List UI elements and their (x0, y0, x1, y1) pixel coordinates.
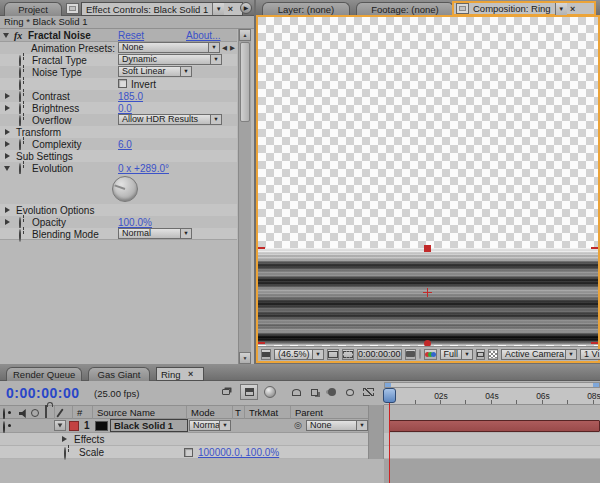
layer-label-swatch[interactable] (69, 421, 79, 431)
effect-expand-icon[interactable] (3, 33, 9, 38)
expand-icon[interactable] (5, 105, 10, 111)
dropdown-arrow-icon[interactable]: ▼ (219, 421, 230, 430)
trkmat-column-header[interactable]: TrkMat (244, 406, 290, 420)
tab-close-icon[interactable]: × (185, 369, 197, 379)
collapse-icon[interactable] (4, 166, 10, 171)
expand-icon[interactable] (5, 207, 10, 213)
tab-render-queue[interactable]: Render Queue (6, 367, 82, 381)
graph-editor-icon[interactable] (360, 385, 377, 399)
brightness-value[interactable]: 0.0 (118, 103, 132, 114)
dropdown-arrow-icon[interactable]: ▼ (210, 55, 221, 64)
constrain-proportions-checkbox[interactable] (184, 448, 193, 457)
timeline-column-gutter[interactable] (368, 405, 384, 459)
t-column-header[interactable]: T (232, 406, 244, 420)
magnification-dropdown[interactable]: (46.5%) ▼ (274, 349, 324, 360)
stopwatch-icon[interactable] (19, 229, 21, 242)
draft-3d-icon[interactable] (264, 386, 276, 398)
motion-blur-icon[interactable] (324, 385, 340, 399)
tab-close-icon[interactable]: × (224, 4, 236, 14)
transparency-grid-icon[interactable] (488, 349, 498, 360)
evolution-dial[interactable] (112, 176, 138, 202)
composition-viewport[interactable] (258, 17, 598, 346)
layer-color-swatch[interactable] (95, 421, 108, 431)
show-channel-icon[interactable] (424, 349, 437, 360)
preset-prev-icon[interactable]: ◀ (222, 44, 227, 52)
region-of-interest-icon[interactable] (342, 349, 354, 360)
view-layout-dropdown[interactable]: 1 Vi (580, 349, 600, 360)
parent-pickwhip-icon[interactable]: ◎ (294, 421, 302, 430)
snapshot-icon[interactable] (405, 349, 416, 360)
mini-flowchart-icon[interactable] (218, 385, 234, 399)
expand-icon[interactable] (5, 93, 10, 99)
invert-checkbox[interactable] (118, 79, 127, 88)
expand-icon[interactable] (5, 129, 10, 135)
shy-layers-icon[interactable] (288, 385, 304, 399)
overflow-dropdown[interactable]: Allow HDR Results ▼ (118, 114, 222, 125)
label-column-header[interactable] (54, 406, 72, 420)
complexity-value[interactable]: 6.0 (118, 139, 132, 150)
safe-margins-icon[interactable] (327, 349, 339, 360)
pixel-aspect-icon[interactable] (476, 349, 485, 360)
stopwatch-icon[interactable] (64, 447, 66, 460)
tab-gas-giant[interactable]: Gas Giant (88, 367, 150, 381)
scale-property-row[interactable]: Scale 100000.0, 100.0% (0, 446, 600, 459)
scale-value[interactable]: 100000.0, 100.0% (198, 447, 279, 458)
show-snapshot-icon[interactable] (419, 349, 421, 359)
always-preview-icon[interactable] (261, 349, 271, 360)
tab-footage[interactable]: Footage: (none) (356, 2, 454, 16)
viewer-timecode[interactable]: 0:00:00:00 (357, 349, 402, 360)
noise-type-dropdown[interactable]: Soft Linear ▼ (118, 66, 192, 77)
navigator-start-handle[interactable] (385, 383, 391, 387)
layer-mode-dropdown[interactable]: Normal ▼ (189, 420, 231, 431)
effects-group-row[interactable]: Effects (0, 433, 600, 446)
tab-dropdown-icon[interactable]: ▼ (555, 3, 567, 15)
layer-name-box[interactable]: Black Solid 1 (110, 419, 188, 432)
tab-composition[interactable]: Composition: Ring ▼ × (452, 1, 596, 16)
opacity-value[interactable]: 100.0% (118, 217, 152, 228)
layer-expand-button[interactable] (54, 420, 66, 431)
tab-layer[interactable]: Layer: (none) (262, 2, 350, 16)
index-column-header[interactable]: # (72, 406, 92, 420)
expand-icon[interactable] (5, 141, 10, 147)
resolution-dropdown[interactable]: Full ▼ (440, 349, 474, 360)
dropdown-arrow-icon[interactable]: ▼ (208, 43, 219, 52)
frame-blend-icon[interactable] (306, 385, 322, 399)
tab-effect-controls[interactable]: Effect Controls: Black Solid 1 ▼ × (81, 2, 243, 16)
layer-parent-dropdown[interactable]: None ▼ (306, 420, 368, 431)
brainstorm-icon[interactable] (342, 385, 358, 399)
blending-mode-dropdown[interactable]: Normal ▼ (118, 228, 192, 239)
navigator-end-handle[interactable] (593, 383, 599, 387)
contrast-value[interactable]: 185.0 (118, 91, 143, 102)
parent-column-header[interactable]: Parent (290, 406, 368, 420)
about-link[interactable]: About... (186, 30, 220, 41)
layer-duration-bar[interactable] (389, 420, 600, 432)
tab-dropdown-icon[interactable]: ▼ (212, 3, 224, 15)
panel-menu-button[interactable]: ▶ (240, 2, 252, 14)
fractal-type-dropdown[interactable]: Dynamic ▼ (118, 54, 222, 65)
dropdown-arrow-icon[interactable]: ▼ (180, 229, 191, 238)
layer-anchor-point[interactable] (423, 288, 432, 297)
timeline-empty-area[interactable] (384, 459, 600, 483)
dropdown-arrow-icon[interactable]: ▼ (461, 350, 472, 359)
current-time-display[interactable]: 0:00:00:00 (6, 385, 80, 401)
expand-icon[interactable] (5, 153, 10, 159)
effect-panel-scrollbar[interactable]: ▲ ▼ (238, 29, 251, 364)
animation-presets-dropdown[interactable]: None ▼ (118, 42, 220, 53)
preset-next-icon[interactable]: ▶ (230, 44, 235, 52)
source-name-column-header[interactable]: Source Name (92, 406, 186, 420)
dropdown-arrow-icon[interactable]: ▼ (312, 350, 323, 359)
tab-close-icon[interactable]: × (567, 4, 579, 14)
layer-top-handle[interactable] (424, 245, 431, 252)
live-update-icon[interactable] (240, 384, 258, 400)
time-ruler[interactable]: 0s 02s 04s 06s 08s (384, 388, 600, 405)
evolution-value[interactable]: 0 x +289.0° (118, 163, 169, 174)
dropdown-arrow-icon[interactable]: ▼ (210, 115, 221, 124)
tab-project[interactable]: Project (4, 2, 62, 16)
dropdown-arrow-icon[interactable]: ▼ (180, 67, 191, 76)
scroll-down-button[interactable]: ▼ (239, 352, 251, 364)
expand-icon[interactable] (62, 436, 67, 442)
camera-view-dropdown[interactable]: Active Camera ▼ (501, 349, 577, 360)
expand-icon[interactable] (5, 219, 10, 225)
effect-name[interactable]: Fractal Noise (28, 30, 91, 41)
tab-ring[interactable]: Ring × (156, 367, 204, 381)
